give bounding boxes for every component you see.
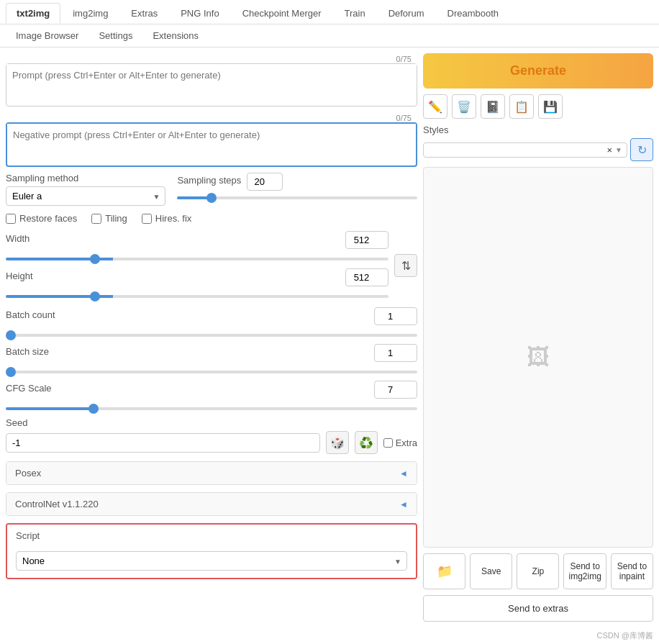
- cfg-scale-label: CFG Scale: [6, 383, 52, 394]
- sampling-steps-slider[interactable]: [177, 196, 417, 199]
- positive-prompt-input[interactable]: [6, 64, 417, 104]
- pencil-button[interactable]: ✏️: [423, 94, 447, 119]
- tab-txt2img[interactable]: txt2img: [6, 3, 60, 24]
- watermark: CSDN @库博酱: [0, 627, 659, 644]
- seed-extra-checkbox[interactable]: [383, 438, 393, 448]
- tab-deforum[interactable]: Deforum: [378, 3, 435, 24]
- right-panel: Generate ✏️ 🗑️ 📓 📋 💾: [423, 53, 653, 622]
- controlnet-accordion-header[interactable]: ControlNet v1.1.220 ◄: [6, 493, 417, 515]
- send-extras-button[interactable]: Send to extras: [423, 595, 653, 622]
- height-slider[interactable]: [6, 295, 388, 298]
- batch-count-row: Batch count: [6, 307, 417, 337]
- styles-clear-button[interactable]: ×: [607, 145, 613, 155]
- height-input[interactable]: [345, 268, 388, 286]
- posex-accordion-header[interactable]: Posex ◄: [6, 462, 417, 484]
- seed-dice-button[interactable]: 🎲: [326, 431, 349, 454]
- styles-refresh-icon: ↻: [637, 143, 647, 157]
- script-select[interactable]: None: [16, 551, 407, 571]
- tab-extras[interactable]: Extras: [120, 3, 168, 24]
- seed-recycle-button[interactable]: ♻️: [355, 431, 378, 454]
- batch-count-input[interactable]: [374, 307, 417, 325]
- width-slider[interactable]: [6, 258, 388, 260]
- width-input[interactable]: [345, 231, 388, 249]
- script-select-wrapper: None ▼: [7, 547, 416, 578]
- controlnet-label: ControlNet v1.1.220: [15, 499, 99, 509]
- seed-extra-label[interactable]: Extra: [383, 437, 417, 448]
- bottom-actions: 📁 Save Zip Send to img2img Send to inpai…: [423, 553, 653, 589]
- sampling-method-select[interactable]: Euler a: [6, 186, 165, 206]
- tab-extensions[interactable]: Extensions: [142, 27, 209, 44]
- floppy-button[interactable]: 💾: [538, 94, 563, 119]
- sampling-steps-group: Sampling steps: [177, 173, 417, 201]
- recycle-icon: ♻️: [359, 436, 373, 450]
- tab-image-browser[interactable]: Image Browser: [6, 27, 88, 44]
- negative-prompt-container: [6, 122, 417, 167]
- batch-size-row: Batch size: [6, 344, 417, 373]
- left-panel: 0/75 0/75 Sampling method: [6, 53, 417, 622]
- restore-faces-checkbox[interactable]: [6, 214, 16, 224]
- styles-refresh-button[interactable]: ↻: [630, 138, 653, 161]
- open-folder-button[interactable]: 📁: [423, 553, 465, 589]
- styles-label: Styles: [423, 124, 653, 135]
- generate-button[interactable]: Generate: [423, 53, 653, 89]
- width-label: Width: [6, 233, 29, 244]
- hires-fix-label[interactable]: Hires. fix: [142, 213, 192, 224]
- script-select-outer: None ▼: [16, 551, 407, 571]
- posex-accordion: Posex ◄: [6, 461, 417, 485]
- batch-size-input[interactable]: [374, 344, 417, 362]
- styles-dropdown-arrow[interactable]: ▼: [615, 146, 622, 154]
- controlnet-accordion: ControlNet v1.1.220 ◄: [6, 492, 417, 516]
- seed-row: 🎲 ♻️ Extra: [6, 431, 417, 454]
- batch-size-top: Batch size: [6, 344, 417, 362]
- trash-button[interactable]: 🗑️: [452, 94, 476, 119]
- notebook-button[interactable]: 📓: [481, 94, 505, 119]
- send-img2img-button[interactable]: Send to img2img: [563, 553, 606, 589]
- tiling-checkbox[interactable]: [91, 214, 101, 224]
- cfg-scale-input[interactable]: [374, 381, 417, 399]
- dimension-section: Width Height: [6, 231, 417, 300]
- clipboard-button[interactable]: 📋: [509, 94, 534, 119]
- image-placeholder-icon: 🖼: [527, 344, 550, 371]
- batch-count-slider[interactable]: [6, 334, 417, 337]
- seed-input[interactable]: [6, 433, 320, 453]
- tiling-label[interactable]: Tiling: [91, 213, 127, 224]
- negative-prompt-input[interactable]: [7, 124, 416, 163]
- tab-dreambooth[interactable]: Dreambooth: [437, 3, 510, 24]
- sampling-steps-label: Sampling steps: [177, 175, 241, 186]
- batch-count-label: Batch count: [6, 309, 55, 320]
- hires-fix-checkbox[interactable]: [142, 214, 152, 224]
- tab-train[interactable]: Train: [334, 3, 376, 24]
- script-label: Script: [16, 530, 40, 541]
- width-row-wrapper: Width: [6, 231, 388, 263]
- tab-img2img[interactable]: img2img: [62, 3, 119, 24]
- nav-tabs-row1: txt2img img2img Extras PNG Info Checkpoi…: [0, 0, 659, 24]
- script-section: Script None ▼: [6, 523, 417, 579]
- cfg-scale-slider[interactable]: [6, 407, 417, 410]
- send-inpaint-button[interactable]: Send to inpaint: [611, 553, 653, 589]
- negative-prompt-counter: 0/75: [394, 114, 414, 122]
- action-icons-row: ✏️ 🗑️ 📓 📋 💾: [423, 94, 653, 119]
- styles-select-row: × ▼ ↻: [423, 138, 653, 161]
- sampling-steps-input[interactable]: [247, 173, 283, 191]
- cfg-scale-top: CFG Scale: [6, 381, 417, 399]
- positive-prompt-wrapper: 0/75: [6, 63, 417, 106]
- positive-prompt-container: [6, 63, 417, 106]
- swap-dimensions-button[interactable]: ⇅: [394, 254, 417, 277]
- script-header: Script: [7, 525, 416, 547]
- controls-section: Sampling method Euler a ▼ Sampling steps: [6, 173, 417, 579]
- seed-label: Seed: [6, 417, 417, 428]
- swap-icon: ⇅: [401, 259, 411, 273]
- nav-tabs-row2: Image Browser Settings Extensions: [0, 24, 659, 47]
- sampling-method-select-wrapper: Euler a ▼: [6, 186, 165, 206]
- sampling-row: Sampling method Euler a ▼ Sampling steps: [6, 173, 417, 206]
- tab-checkpoint-merger[interactable]: Checkpoint Merger: [232, 3, 332, 24]
- sampling-method-group: Sampling method Euler a ▼: [6, 173, 165, 206]
- restore-faces-label[interactable]: Restore faces: [6, 213, 77, 224]
- clipboard-icon: 📋: [514, 100, 529, 114]
- tab-settings[interactable]: Settings: [88, 27, 142, 44]
- batch-size-slider[interactable]: [6, 371, 417, 373]
- save-button[interactable]: Save: [470, 553, 512, 589]
- zip-button[interactable]: Zip: [517, 553, 559, 589]
- tab-png-info[interactable]: PNG Info: [170, 3, 229, 24]
- height-row-wrapper: Height: [6, 268, 388, 300]
